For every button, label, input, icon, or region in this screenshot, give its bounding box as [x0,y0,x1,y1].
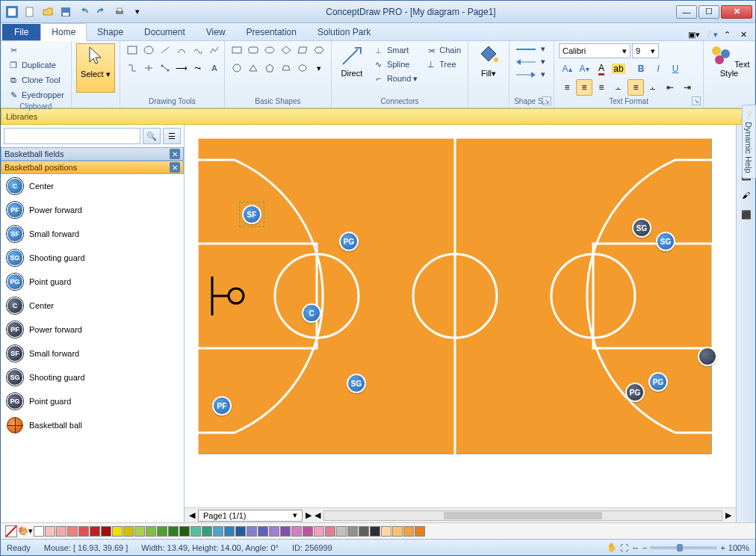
clone-button[interactable]: ⧉Clone Tool [5,73,63,87]
fit-width-icon[interactable]: ↔ [631,543,639,552]
zoom-in-button[interactable]: + [720,543,725,552]
color-swatch[interactable] [370,526,380,537]
tab-solution-park[interactable]: Solution Park [307,24,381,40]
color-swatch[interactable] [359,526,369,537]
palette-more[interactable]: 🎨▾ [18,526,33,536]
tab-shape[interactable]: Shape [87,24,134,40]
redo-icon[interactable] [93,4,110,20]
shape-octagon[interactable] [295,61,310,75]
tree-connector[interactable]: ⊥Tree [423,58,463,71]
color-swatch[interactable] [78,526,89,537]
arrow-end[interactable]: ▾ [514,69,548,80]
shape-ellipse[interactable] [262,43,277,57]
select-tool[interactable]: Select ▾ [76,43,115,93]
color-swatch[interactable] [202,526,212,537]
color-swatch[interactable] [303,526,313,537]
color-swatch[interactable] [381,526,391,537]
text-style-button[interactable]: Text Style [708,43,750,93]
connector1-tool[interactable] [125,61,140,75]
tab-document[interactable]: Document [134,24,196,40]
arrow-start[interactable]: ▾ [514,56,548,67]
color-swatch[interactable] [45,526,55,537]
spline-connector[interactable]: ∿Spline [371,58,420,71]
court-player[interactable]: PG [648,372,668,392]
color-swatch[interactable] [247,526,257,537]
align-left[interactable]: ≡ [559,79,575,96]
color-swatch[interactable] [336,526,347,537]
library-item[interactable]: PGPoint guard [1,389,184,413]
canvas-scroll[interactable]: SFPGCSGPFSGSGPGPG [185,125,736,507]
library-options-button[interactable]: ☰ [163,128,181,144]
court-player[interactable]: SG [656,232,675,251]
file-tab[interactable]: File [2,24,40,40]
fit-page-icon[interactable]: ⛶ [620,543,628,552]
color-swatch[interactable] [213,526,223,537]
library-category[interactable]: Basketball positions✕ [1,161,184,174]
shape-circle[interactable] [229,61,244,75]
direct-connector[interactable]: Direct [336,43,368,93]
print-icon[interactable] [111,4,128,20]
tab-view[interactable]: View [196,24,236,40]
open-icon[interactable] [40,4,56,20]
font-name-combo[interactable]: Calibri▾ [559,43,630,58]
font-shrink[interactable]: A▾ [576,61,592,77]
zoom-out-button[interactable]: − [642,543,647,552]
horizontal-scrollbar[interactable] [323,510,722,521]
library-item[interactable]: Basketball ball [1,413,184,437]
polyline-tool[interactable] [207,43,222,57]
library-item[interactable]: SGShooting guard [1,365,184,389]
text-format-launcher[interactable]: ↘ [692,96,701,105]
zoom-slider[interactable] [650,546,717,549]
color-swatch[interactable] [280,526,291,537]
indent-inc[interactable]: ⇥ [679,79,695,96]
undo-icon[interactable] [75,4,92,20]
color-swatch[interactable] [347,526,358,537]
tab-home[interactable]: Home [40,23,87,41]
library-category[interactable]: Basketball fields✕ [1,147,184,161]
collapse-ribbon-icon[interactable]: ⌃ [721,28,733,40]
color-swatch[interactable] [101,526,111,537]
library-item[interactable]: SFSmall forward [1,342,184,365]
connector4-tool[interactable]: ⟶ [174,61,189,75]
hsb-left[interactable]: ◀ [315,510,320,520]
help-icon[interactable]: ❔▾ [704,28,716,40]
font-grow[interactable]: A▴ [559,61,575,77]
library-item[interactable]: PFPower forward [1,318,184,342]
rect-tool[interactable] [125,43,140,57]
line-style[interactable]: ▾ [514,43,548,55]
shape-hex[interactable] [312,43,326,57]
save-icon[interactable] [58,4,74,20]
court-player[interactable]: PF [212,396,232,416]
align-bottom[interactable]: ⫠ [645,79,661,96]
color-swatch[interactable] [325,526,335,537]
library-item[interactable]: SFSmall forward [1,222,184,246]
library-item[interactable]: PFPower forward [1,198,184,222]
page-tab[interactable]: Page1 (1/1)▾ [198,510,303,522]
shape-pentagon[interactable] [262,61,277,75]
shape-rect[interactable] [229,43,244,57]
connector5-tool[interactable]: ⤳ [190,61,205,75]
color-swatch[interactable] [224,526,235,537]
library-search-input[interactable] [4,128,140,144]
color-swatch[interactable] [123,526,134,537]
align-middle[interactable]: ≡ [628,79,644,96]
close-icon[interactable]: ✕ [170,162,180,173]
child-close-icon[interactable]: ✕ [737,28,749,40]
bold-button[interactable]: B [633,61,649,77]
page-next[interactable]: ▶ [306,510,312,520]
color-swatch[interactable] [415,526,425,537]
app-icon[interactable] [4,4,20,20]
fill-button[interactable]: Fill▾ [473,43,504,93]
basketball-court[interactable]: SFPGCSGPFSGSGPGPG [196,137,712,454]
shape-roundrect[interactable] [246,43,261,57]
color-swatch[interactable] [403,526,414,537]
align-center[interactable]: ≡ [576,79,592,96]
color-swatch[interactable] [269,526,279,537]
color-swatch[interactable] [90,526,100,537]
new-icon[interactable] [22,4,38,20]
shape-parallelogram[interactable] [295,43,310,57]
close-button[interactable]: ✕ [721,5,752,19]
line-tool[interactable] [158,43,173,57]
text-tool[interactable]: A [207,61,222,75]
palette-nofill[interactable] [5,525,17,537]
